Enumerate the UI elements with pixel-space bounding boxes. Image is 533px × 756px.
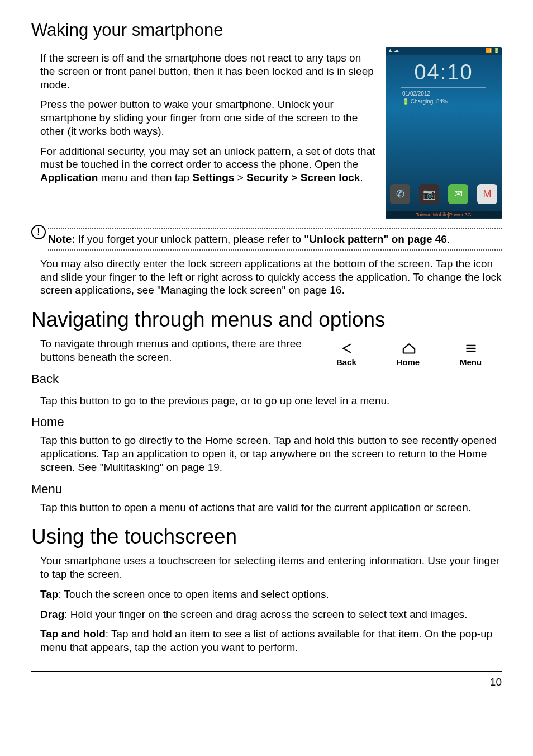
page-number: 10 <box>31 676 502 688</box>
phone-date: 01/02/2012 <box>402 91 430 97</box>
status-left-icons: ▲ ☁ <box>388 48 399 54</box>
phone-charging: 🔋 Charging, 84% <box>402 98 448 105</box>
text: . <box>360 172 363 183</box>
nav-label-back: Back <box>336 357 356 367</box>
heading-waking: Waking your smartphone <box>31 20 502 40</box>
phone-carrier: Taiwan Mobile|Power 3G <box>386 211 502 218</box>
text: menu and then tap <box>98 172 192 183</box>
subhead-home: Home <box>31 415 502 429</box>
footer-rule <box>31 671 502 672</box>
phone-statusbar: ▲ ☁ 📶 🔋 <box>386 47 502 55</box>
phone-divider <box>401 87 486 88</box>
waking-p4: You may also directly enter the lock scr… <box>40 257 502 297</box>
waking-p1: If the screen is off and the smartphone … <box>40 51 375 91</box>
caution-icon: ! <box>31 225 46 239</box>
note-link: "Unlock pattern" on page 46 <box>304 233 447 245</box>
sms-app-icon: ✉ <box>448 184 468 204</box>
note-block: ! Note: If you forget your unlock patter… <box>31 228 502 251</box>
heading-touchscreen: Using the touchscreen <box>31 525 502 549</box>
text: For additional security, you may set an … <box>40 145 375 171</box>
camera-app-icon: 📷 <box>419 184 439 204</box>
subhead-menu: Menu <box>31 482 502 497</box>
note-rule-bottom <box>48 249 502 251</box>
bold-application: Application <box>40 172 98 183</box>
nav-label-menu: Menu <box>460 357 482 367</box>
drag-text: : Hold your finger on the screen and dra… <box>64 608 467 620</box>
tap-text: : Touch the screen once to open items an… <box>58 588 329 600</box>
note-rule-top <box>48 228 502 229</box>
mail-app-icon: M <box>477 184 497 204</box>
tap-bold: Tap <box>40 588 58 600</box>
back-p: Tap this button to go to the previous pa… <box>40 394 502 408</box>
home-p: Tap this button to go directly to the Ho… <box>40 434 502 474</box>
lockscreen-apps: ✆ 📷 ✉ M <box>386 180 502 208</box>
menu-icon <box>461 341 480 356</box>
menu-p: Tap this button to open a menu of action… <box>40 501 502 514</box>
taphold-bold: Tap and hold <box>40 628 106 640</box>
taphold-text: : Tap and hold an item to see a list of … <box>40 628 492 653</box>
heading-navigating: Navigating through menus and options <box>31 308 502 332</box>
drag-bold: Drag <box>40 608 64 620</box>
waking-p2: Press the power button to wake your smar… <box>40 98 375 138</box>
text: > <box>234 172 246 183</box>
back-icon <box>337 341 356 356</box>
phone-app-icon: ✆ <box>390 184 410 204</box>
bold-settings: Settings <box>192 172 234 183</box>
bold-security-screenlock: Security > Screen lock <box>246 172 360 183</box>
nav-buttons-figure: Back Home Menu <box>316 337 502 369</box>
touch-p1: Your smartphone uses a touchscreen for s… <box>40 554 502 581</box>
note-label: Note: <box>48 233 75 245</box>
subhead-back: Back <box>31 372 502 386</box>
note-end: . <box>447 233 450 245</box>
touch-drag: Drag: Hold your finger on the screen and… <box>40 608 502 621</box>
home-icon <box>399 341 418 356</box>
phone-clock: 04:10 <box>386 60 502 84</box>
status-right-icons: 📶 🔋 <box>486 48 499 54</box>
note-text: If you forget your unlock pattern, pleas… <box>75 233 304 245</box>
lockscreen-illustration: ▲ ☁ 📶 🔋 04:10 01/02/2012 🔋 Charging, 84%… <box>386 47 502 219</box>
touch-taphold: Tap and hold: Tap and hold an item to se… <box>40 627 502 654</box>
waking-p3: For additional security, you may set an … <box>40 145 375 185</box>
touch-tap: Tap: Touch the screen once to open items… <box>40 588 502 601</box>
nav-label-home: Home <box>396 357 420 367</box>
